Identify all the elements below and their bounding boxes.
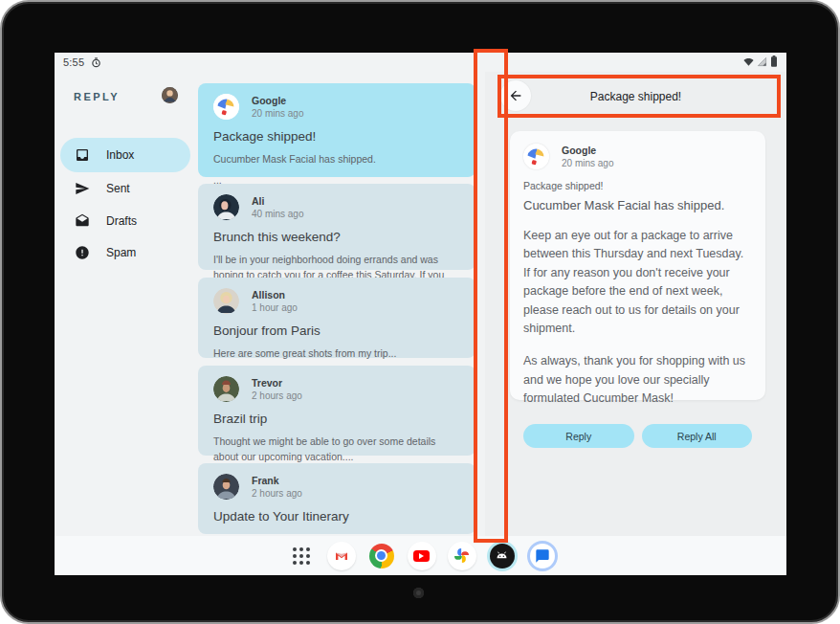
- google-avatar-icon: [523, 144, 549, 169]
- drafts-icon: [75, 213, 90, 229]
- email-subject: Brazil trip: [213, 412, 460, 426]
- email-list-item-frank[interactable]: Frank 2 hours ago Update to Your Itinera…: [198, 463, 475, 534]
- sender-name: Google: [252, 95, 303, 106]
- app-grid-icon[interactable]: [287, 542, 316, 570]
- sender-name: Frank: [252, 475, 302, 486]
- sidebar-item-label: Spam: [106, 246, 136, 259]
- email-preview: Thought we might be able to go over some…: [213, 434, 460, 465]
- reply-app-icon[interactable]: [490, 544, 515, 568]
- sidebar: REPLY Inbox Sent Drafts: [55, 72, 198, 536]
- email-time: 1 hour ago: [252, 302, 298, 313]
- email-subject: Package shipped!: [213, 129, 460, 144]
- email-time: 2 hours ago: [252, 488, 302, 499]
- youtube-icon[interactable]: [408, 542, 436, 570]
- email-subject: Bonjour from Paris: [213, 323, 460, 338]
- email-time: 20 mins ago: [252, 108, 303, 119]
- clock-icon: [91, 57, 101, 68]
- frank-avatar: [213, 474, 239, 500]
- status-time: 5:55: [63, 56, 84, 68]
- email-preview: Cucumber Mask Facial has shipped.: [213, 151, 460, 167]
- front-camera: [413, 588, 424, 598]
- email-list-item-google[interactable]: Google 20 mins ago Package shipped! Cucu…: [198, 83, 475, 177]
- email-detail-card: Google 20 mins ago Package shipped! Cucu…: [510, 131, 765, 400]
- tablet-screen: 5:55 REPLY Inbox: [55, 53, 786, 575]
- email-list-item-allison[interactable]: Allison 1 hour ago Bonjour from Paris He…: [198, 278, 475, 358]
- sender-name: Trevor: [252, 377, 302, 389]
- email-subject: Update to Your Itinerary: [213, 509, 460, 524]
- inbox-icon: [75, 147, 90, 163]
- status-icons: [743, 56, 778, 69]
- sidebar-item-label: Inbox: [106, 148, 134, 162]
- account-avatar[interactable]: [162, 87, 178, 103]
- sidebar-item-drafts[interactable]: Drafts: [60, 204, 190, 238]
- email-list-item-trevor[interactable]: Trevor 2 hours ago Brazil trip Thought w…: [198, 366, 475, 456]
- email-preview: Here are some great shots from my trip..…: [213, 345, 460, 361]
- signal-icon: [757, 56, 767, 69]
- sidebar-item-sent[interactable]: Sent: [60, 171, 190, 206]
- battery-icon: [770, 56, 778, 69]
- email-list-item-ali[interactable]: Ali 40 mins ago Brunch this weekend? I'l…: [198, 184, 475, 270]
- status-bar: 5:55: [55, 53, 786, 72]
- email-detail-pane: Package shipped! Google 20 mins ago Pack…: [485, 72, 786, 536]
- send-icon: [75, 181, 90, 196]
- email-time: 40 mins ago: [252, 209, 303, 219]
- sidebar-item-spam[interactable]: Spam: [60, 235, 190, 270]
- detail-sender-name: Google: [562, 145, 613, 156]
- chrome-icon[interactable]: [367, 542, 396, 570]
- detail-title: Package shipped!: [485, 90, 786, 103]
- sender-name: Allison: [252, 289, 298, 301]
- spam-icon: [75, 245, 90, 260]
- reply-all-button[interactable]: Reply All: [642, 424, 753, 448]
- sidebar-item-label: Drafts: [106, 214, 137, 228]
- dock: [55, 536, 786, 575]
- email-time: 2 hours ago: [252, 390, 302, 401]
- sidebar-item-inbox[interactable]: Inbox: [60, 138, 190, 172]
- app-title: REPLY: [74, 91, 120, 102]
- screenshot-stage: 5:55 REPLY Inbox: [0, 0, 840, 624]
- photos-icon[interactable]: [448, 542, 476, 570]
- detail-email-time: 20 mins ago: [562, 158, 613, 168]
- messages-icon[interactable]: [530, 544, 555, 568]
- reply-button[interactable]: Reply: [523, 424, 634, 448]
- sender-name: Ali: [252, 195, 303, 207]
- sidebar-item-label: Sent: [106, 182, 130, 195]
- detail-lead: Cucumber Mask Facial has shipped.: [523, 198, 752, 212]
- gmail-icon[interactable]: [327, 542, 356, 570]
- ali-avatar: [213, 194, 239, 220]
- trevor-avatar: [213, 376, 239, 402]
- email-subject: Brunch this weekend?: [213, 230, 460, 244]
- detail-body-paragraph-2: As always, thank you for shopping with u…: [523, 352, 752, 408]
- allison-avatar: [213, 288, 239, 314]
- google-avatar-icon: [213, 94, 239, 120]
- wifi-icon: [743, 56, 754, 69]
- detail-subject: Package shipped!: [523, 180, 752, 191]
- detail-body-paragraph-1: Keep an eye out for a package to arrive …: [523, 227, 752, 338]
